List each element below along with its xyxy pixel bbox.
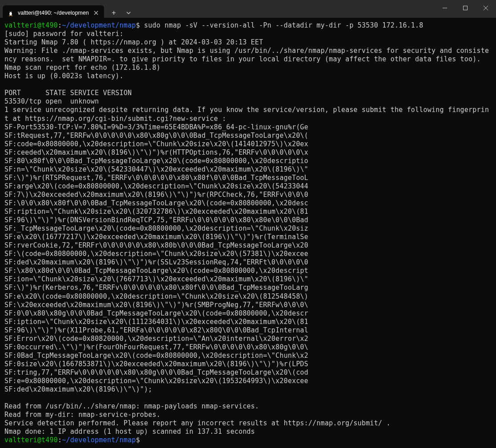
output-line: SF:ded\x20maximum\x20\(8196\)\"\)"); bbox=[4, 385, 492, 394]
tab-title: valtteri@t490: ~/developmen bbox=[18, 10, 89, 16]
output-line: Service detection performed. Please repo… bbox=[4, 419, 492, 428]
svg-rect-9 bbox=[464, 6, 468, 10]
output-line: 1 service unrecognized despite returning… bbox=[4, 106, 492, 123]
prompt-line-2: valtteri@t490:~/development/nmap$ bbox=[4, 436, 492, 444]
tab-strip: valtteri@t490: ~/developmen + bbox=[0, 0, 135, 18]
output-line: SF:0size\x20\(1667853871\)\x20exceeded\x… bbox=[4, 360, 492, 368]
output-line: Nmap scan report for echo (172.16.1.8) bbox=[4, 64, 492, 72]
output-line: SF:0\0\x80\x80g\0\0\0Bad_TcpMessageTooLa… bbox=[4, 309, 492, 318]
output-line: Read from my-dir: nmap-service-probes. bbox=[4, 411, 492, 419]
output-line: SF:0occurred\.\"\)")%r(FourOhFourRequest… bbox=[4, 343, 492, 352]
output-line: SF:tRequest,77,"ERRFw\0\0\0\0\0\x80\x80g… bbox=[4, 132, 492, 140]
output-line: SF:96\)\"\)")%r(X11Probe,61,"ERRFa\0\0\0… bbox=[4, 326, 492, 335]
output-line: SF:ceeded\x20maximum\x20\(8196\)\"\)")%r… bbox=[4, 148, 492, 157]
minimize-button[interactable] bbox=[435, 0, 455, 16]
output-line: SF-Port53530-TCP:V=7.80%I=9%D=3/3%Time=6… bbox=[4, 123, 492, 132]
prompt-dollar: $ bbox=[136, 21, 140, 29]
output-line: SF:ded\x20maximum\x20\(8196\)\"\)")%r(SS… bbox=[4, 258, 492, 267]
prompt-sep: : bbox=[58, 21, 62, 29]
terminal-output: [sudo] password for valtteri:Starting Nm… bbox=[4, 30, 492, 436]
tab-dropdown-button[interactable] bbox=[122, 5, 135, 20]
new-tab-button[interactable]: + bbox=[106, 5, 122, 20]
output-line: Host is up (0.0023s latency). bbox=[4, 72, 492, 80]
output-line: SF:0Bad_TcpMessageTooLarge\x20\(code=0x8… bbox=[4, 352, 492, 360]
output-line: SF:tring,77,"ERRFw\0\0\0\0\0\x80\x80g\0\… bbox=[4, 368, 492, 377]
prompt-user: valtteri@t490 bbox=[4, 21, 58, 29]
output-line bbox=[4, 80, 492, 89]
prompt-path: ~/development/nmap bbox=[62, 436, 136, 444]
svg-point-8 bbox=[11, 16, 12, 16]
output-line: SF:n=\"Chunk\x20size\x20\(542330447\)\x2… bbox=[4, 165, 492, 174]
window-controls bbox=[435, 0, 496, 16]
output-line: Warning: File ./nmap-services exists, bu… bbox=[4, 47, 492, 64]
output-line: SF:\x20exceeded\x20maximum\x20\(8196\)\"… bbox=[4, 301, 492, 309]
maximize-button[interactable] bbox=[455, 0, 476, 16]
svg-point-7 bbox=[9, 16, 10, 16]
prompt-line-1: valtteri@t490:~/development/nmap$ sudo n… bbox=[4, 21, 492, 30]
output-line: PORT STATE SERVICE VERSION bbox=[4, 89, 492, 97]
output-line: SF:ription=\"Chunk\x20size\x20\(32073278… bbox=[4, 208, 492, 216]
prompt-user: valtteri@t490 bbox=[4, 436, 58, 444]
penguin-icon bbox=[7, 9, 14, 16]
output-line: SF:e=0x80800000,\x20description=\"Chunk\… bbox=[4, 377, 492, 385]
output-line: SF:7\)\x20exceeded\x20maximum\x20\(8196\… bbox=[4, 191, 492, 199]
output-line: SF:\x80\x80d\0\0\0Bad_TcpMessageTooLarge… bbox=[4, 267, 492, 275]
output-line: [sudo] password for valtteri: bbox=[4, 30, 492, 38]
output-line: SF:code=0x80800000,\x20description=\"Chu… bbox=[4, 140, 492, 148]
output-line: 53530/tcp open unknown bbox=[4, 97, 492, 106]
output-line: SF:e\x20\(16777217\)\x20exceeded\x20maxi… bbox=[4, 233, 492, 241]
output-line bbox=[4, 394, 492, 402]
terminal-body[interactable]: valtteri@t490:~/development/nmap$ sudo n… bbox=[0, 18, 496, 448]
output-line: SF:iption=\"Chunk\x20size\x20\(111236403… bbox=[4, 318, 492, 326]
output-line: SF:\)")%r(RTSPRequest,76,"ERRFv\0\0\0\0\… bbox=[4, 174, 492, 182]
tab-close-button[interactable] bbox=[93, 9, 100, 16]
command-text: sudo nmap -sV --version-all -Pn --datadi… bbox=[140, 21, 423, 29]
output-line: SF:arge\x20\(code=0x80800000,\x20descrip… bbox=[4, 182, 492, 191]
prompt-path: ~/development/nmap bbox=[62, 21, 136, 29]
close-window-button[interactable] bbox=[476, 0, 496, 16]
titlebar: valtteri@t490: ~/developmen + bbox=[0, 0, 496, 18]
output-line: SF:\0\0\x80\x80f\0\0\0Bad_TcpMessageTooL… bbox=[4, 199, 492, 208]
svg-point-5 bbox=[11, 12, 12, 12]
output-line: Nmap done: 1 IP address (1 host up) scan… bbox=[4, 428, 492, 436]
output-line: SF:\)")%r(Kerberos,76,"ERRFv\0\0\0\0\0\x… bbox=[4, 284, 492, 292]
output-line: Read from /usr/bin/../share/nmap: nmap-p… bbox=[4, 402, 492, 411]
output-line: SF:_TcpMessageTooLarge\x20\(code=0x80800… bbox=[4, 224, 492, 233]
output-line: SF:ion=\"Chunk\x20size\x20\(7667713\)\x2… bbox=[4, 275, 492, 284]
tab-active[interactable]: valtteri@t490: ~/developmen bbox=[3, 5, 104, 20]
output-line: SF:rverCookie,72,"ERRFr\0\0\0\0\0\x80\x8… bbox=[4, 241, 492, 250]
prompt-dollar: $ bbox=[136, 436, 140, 444]
output-line: SF:80\x80f\0\0\0Bad_TcpMessageTooLarge\x… bbox=[4, 157, 492, 165]
output-line: SF:\(code=0x80800000,\x20description=\"C… bbox=[4, 250, 492, 258]
prompt-sep: : bbox=[58, 436, 62, 444]
svg-point-4 bbox=[10, 12, 10, 12]
output-line: SF:Error\x20\(code=0x80820000,\x20descri… bbox=[4, 335, 492, 343]
output-line: SF:e\x20\(code=0x80800000,\x20descriptio… bbox=[4, 292, 492, 301]
output-line: Starting Nmap 7.80 ( https://nmap.org ) … bbox=[4, 38, 492, 47]
output-line: SF:96\)\"\)")%r(DNSVersionBindReqTCP,75,… bbox=[4, 216, 492, 224]
